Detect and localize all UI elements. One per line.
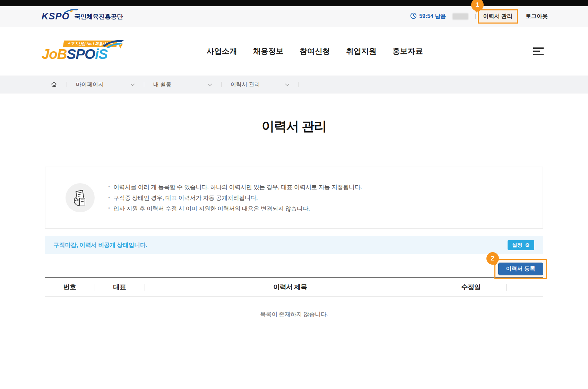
chevron-down-icon [208, 81, 212, 88]
logo-part-spo: SPO [67, 46, 95, 62]
annotation-step-2-number: 2 [491, 255, 494, 262]
resume-guideline-list: 이력서를 여러 개 등록할 수 있습니다. 하나의 이력서만 있는 경우, 대표… [108, 182, 362, 214]
utility-right-group: 59:54 남음 1 이력서 관리 로그아웃 [410, 9, 548, 24]
nav-item-participate[interactable]: 참여신청 [300, 46, 330, 56]
jobspois-logo[interactable]: 스포츠산업 No.1 채용사이트 JoBSPOiS [42, 41, 120, 62]
divider [475, 14, 476, 19]
session-timer: 59:54 남음 [410, 12, 446, 20]
divider [221, 82, 222, 87]
column-header-modified-date: 수정일 [436, 283, 506, 292]
breadcrumb-label: 내 활동 [153, 81, 171, 88]
guideline-item: 이력서를 여러 개 등록할 수 있습니다. 하나의 이력서만 있는 경우, 대표… [108, 182, 362, 193]
nav-item-employment-support[interactable]: 취업지원 [346, 46, 377, 56]
empty-list-message: 목록이 존재하지 않습니다. [45, 297, 543, 332]
guideline-item: 구직중 상태인 경우, 대표 이력서가 자동 공개처리됩니다. [108, 193, 362, 203]
kspo-logo[interactable]: KSPO 국민체육진흥공단 [42, 11, 123, 22]
home-icon[interactable] [50, 81, 58, 88]
main-navigation: 사업소개 채용정보 참여신청 취업지원 홍보자료 [207, 27, 423, 76]
breadcrumb-dropdown-resume-manage[interactable]: 이력서 관리 [231, 81, 289, 88]
page-title: 이력서 관리 [45, 119, 543, 134]
settings-button-label: 설정 [512, 242, 522, 248]
divider [144, 82, 144, 87]
hamburger-menu-icon[interactable] [533, 47, 544, 55]
logo-swoosh-icon [102, 39, 124, 51]
resume-status-message: 구직마감, 이력서 비공개 상태입니다. [53, 241, 147, 249]
divider [299, 82, 299, 87]
settings-button[interactable]: 설정 ⚙ [508, 240, 534, 250]
resume-register-button[interactable]: 이력서 등록 [498, 263, 543, 275]
user-name-redacted [452, 13, 468, 20]
divider [67, 82, 67, 87]
chevron-down-icon [130, 81, 135, 88]
resume-status-bar: 구직마감, 이력서 비공개 상태입니다. 설정 ⚙ [45, 236, 543, 254]
logo-part-job: JoB [42, 46, 67, 62]
page: KSPO 국민체육진흥공단 59:54 남음 [0, 0, 588, 389]
clock-icon [410, 12, 417, 20]
chevron-down-icon [285, 81, 289, 88]
breadcrumb-label: 마이페이지 [76, 81, 104, 88]
guideline-item: 입사 지원 후 이력서 수정 시 이미 지원한 이력서의 내용은 변경되지 않습… [108, 203, 362, 214]
annotation-step-2-badge: 2 [486, 252, 499, 265]
nav-item-pr-materials[interactable]: 홍보자료 [392, 46, 423, 56]
gear-icon: ⚙ [525, 242, 530, 248]
annotation-step-1-number: 1 [475, 1, 479, 9]
logo-wordmark: JoBSPOiS [42, 46, 107, 62]
resume-table-header: 번호 대표 이력서 제목 수정일 [45, 277, 543, 297]
logout-link[interactable]: 로그아웃 [526, 13, 548, 20]
site-header: 스포츠산업 No.1 채용사이트 JoBSPOiS 사업소개 채용정보 참여신청… [0, 27, 588, 76]
nav-item-job-info[interactable]: 채용정보 [253, 46, 284, 56]
main-content: 이력서 관리 이력서를 여러 개 등록할 수 있습니다. 하나의 이력서만 [45, 119, 543, 332]
resume-document-icon [66, 183, 95, 212]
column-header-resume-title: 이력서 제목 [145, 283, 436, 292]
resume-manage-link[interactable]: 이력서 관리 [483, 13, 512, 19]
breadcrumb: 마이페이지 내 활동 이력서 관리 [0, 76, 588, 94]
breadcrumb-inner: 마이페이지 내 활동 이력서 관리 [45, 76, 543, 94]
resume-info-box: 이력서를 여러 개 등록할 수 있습니다. 하나의 이력서만 있는 경우, 대표… [45, 167, 543, 229]
kspo-swoosh-icon [63, 8, 79, 15]
annotation-step-1-badge: 1 [471, 0, 484, 11]
nav-item-business-intro[interactable]: 사업소개 [207, 46, 237, 56]
breadcrumb-dropdown-mypage[interactable]: 마이페이지 [76, 81, 135, 88]
breadcrumb-label: 이력서 관리 [231, 81, 260, 88]
kspo-org-name: 국민체육진흥공단 [75, 12, 123, 21]
annotation-box-step1: 1 이력서 관리 [478, 9, 518, 24]
annotation-box-step2: 2 이력서 등록 [494, 259, 547, 279]
actions-row: 2 이력서 등록 [45, 254, 543, 277]
breadcrumb-dropdown-my-activity[interactable]: 내 활동 [153, 81, 212, 88]
column-header-primary: 대표 [95, 283, 145, 292]
utility-bar: KSPO 국민체육진흥공단 59:54 남음 [0, 6, 588, 27]
timer-remaining-text: 59:54 남음 [419, 13, 446, 20]
top-black-strip [0, 0, 588, 6]
column-header-number: 번호 [45, 283, 95, 292]
